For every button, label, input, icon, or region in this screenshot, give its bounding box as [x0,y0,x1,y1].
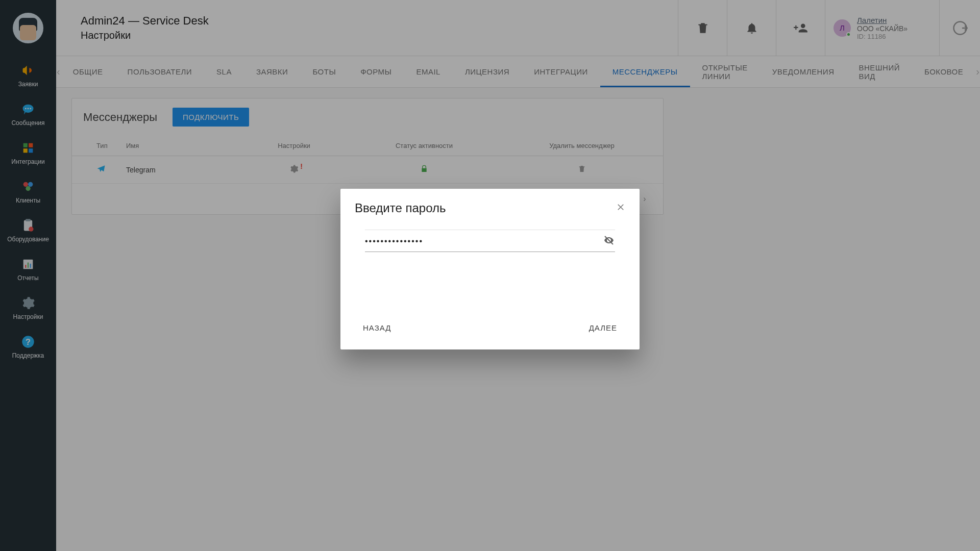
password-dialog: Введите пароль НАЗАД ДАЛЕЕ [340,189,640,349]
close-button[interactable] [616,203,625,214]
dialog-footer: НАЗАД ДАЛЕЕ [340,318,640,349]
eye-off-icon [603,234,615,246]
password-field-group [365,230,615,252]
toggle-password-visibility[interactable] [603,234,615,248]
close-icon [616,203,625,212]
dialog-header: Введите пароль [340,189,640,219]
next-button[interactable]: ДАЛЕЕ [585,318,621,337]
dialog-title: Введите пароль [355,201,446,215]
password-input[interactable] [365,237,603,246]
back-button[interactable]: НАЗАД [359,318,395,337]
dialog-body [340,219,640,318]
